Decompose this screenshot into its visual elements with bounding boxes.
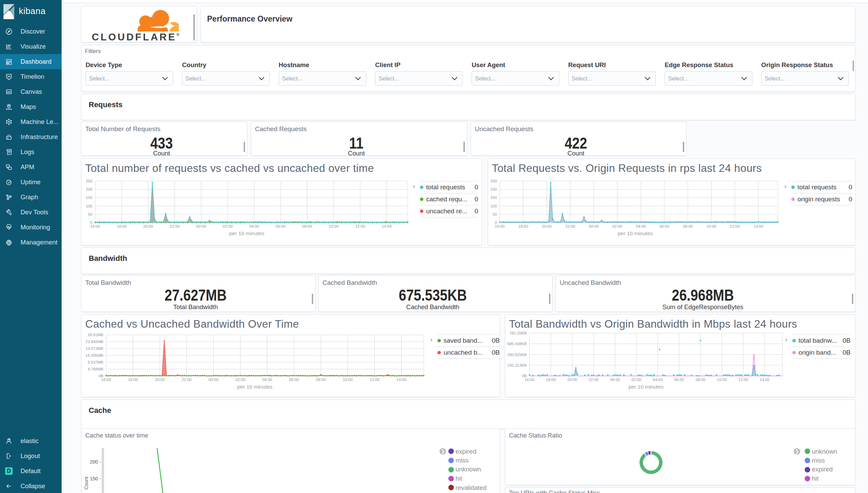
- svg-text:12:00: 12:00: [730, 224, 740, 228]
- svg-text:08:00: 08:00: [302, 224, 312, 228]
- svg-text:02:00: 02:00: [631, 378, 641, 382]
- svg-text:200: 200: [90, 459, 98, 465]
- svg-text:22:00: 22:00: [182, 378, 192, 382]
- svg-text:08:00: 08:00: [683, 224, 693, 228]
- svg-text:00:00: 00:00: [196, 224, 206, 228]
- svg-text:195.313KB: 195.313KB: [507, 363, 527, 367]
- svg-text:20:00: 20:00: [143, 224, 153, 228]
- svg-text:06:00: 06:00: [289, 378, 299, 382]
- svg-text:18:00: 18:00: [128, 378, 138, 382]
- svg-text:00:00: 00:00: [208, 378, 218, 382]
- svg-text:22:00: 22:00: [589, 378, 599, 382]
- svg-text:14:00: 14:00: [382, 224, 392, 228]
- svg-text:50: 50: [493, 212, 497, 216]
- svg-text:50: 50: [88, 212, 92, 216]
- svg-text:20:00: 20:00: [155, 378, 165, 382]
- svg-text:390.625KB: 390.625KB: [507, 353, 527, 357]
- svg-text:4.768MB: 4.768MB: [88, 367, 103, 371]
- svg-text:12:00: 12:00: [370, 378, 380, 382]
- svg-text:04:00: 04:00: [262, 378, 272, 382]
- svg-text:16:00: 16:00: [525, 378, 535, 382]
- svg-text:150: 150: [90, 476, 98, 481]
- svg-text:20:00: 20:00: [542, 224, 552, 228]
- svg-text:100: 100: [490, 204, 497, 208]
- svg-text:18:00: 18:00: [117, 224, 127, 228]
- svg-text:14.305MB: 14.305MB: [86, 353, 104, 357]
- svg-text:06:00: 06:00: [674, 378, 684, 382]
- svg-text:22:00: 22:00: [565, 224, 575, 228]
- svg-text:16:00: 16:00: [495, 224, 505, 228]
- svg-text:02:00: 02:00: [612, 224, 622, 228]
- svg-text:22:00: 22:00: [170, 224, 180, 228]
- svg-text:150: 150: [490, 195, 497, 200]
- svg-text:19.073MB: 19.073MB: [86, 346, 104, 351]
- svg-text:12:00: 12:00: [355, 224, 365, 228]
- svg-text:00:00: 00:00: [610, 378, 620, 382]
- svg-text:04:00: 04:00: [653, 378, 663, 382]
- svg-text:200: 200: [86, 187, 92, 191]
- svg-text:10:00: 10:00: [706, 224, 716, 228]
- svg-text:12:00: 12:00: [738, 378, 748, 382]
- svg-text:250: 250: [86, 179, 92, 183]
- svg-text:00:00: 00:00: [589, 224, 599, 228]
- svg-text:23.842MB: 23.842MB: [86, 340, 104, 344]
- svg-text:18:00: 18:00: [546, 378, 556, 382]
- svg-text:10:00: 10:00: [343, 378, 353, 382]
- svg-text:9.537MB: 9.537MB: [88, 360, 103, 364]
- svg-text:16:00: 16:00: [90, 224, 100, 228]
- svg-text:18:00: 18:00: [518, 224, 528, 228]
- svg-text:200: 200: [490, 187, 497, 191]
- svg-text:14:00: 14:00: [753, 224, 763, 228]
- svg-text:02:00: 02:00: [235, 378, 245, 382]
- svg-text:150: 150: [86, 195, 92, 200]
- svg-text:16:00: 16:00: [101, 378, 111, 382]
- svg-text:14:00: 14:00: [396, 378, 406, 382]
- svg-text:06:00: 06:00: [660, 224, 669, 228]
- svg-text:06:00: 06:00: [276, 224, 286, 228]
- svg-text:04:00: 04:00: [249, 224, 259, 228]
- svg-text:20:00: 20:00: [567, 378, 577, 382]
- svg-text:10:00: 10:00: [717, 378, 727, 382]
- svg-text:14:00: 14:00: [760, 378, 770, 382]
- svg-text:02:00: 02:00: [223, 224, 233, 228]
- svg-text:585.938KB: 585.938KB: [507, 342, 527, 346]
- svg-text:28.61MB: 28.61MB: [88, 333, 103, 337]
- svg-text:250: 250: [490, 179, 497, 183]
- svg-text:08:00: 08:00: [316, 378, 326, 382]
- svg-text:04:00: 04:00: [636, 224, 646, 228]
- svg-text:781.25KB: 781.25KB: [509, 331, 527, 335]
- svg-text:100: 100: [86, 204, 92, 208]
- svg-text:10:00: 10:00: [329, 224, 339, 228]
- svg-text:08:00: 08:00: [695, 378, 705, 382]
